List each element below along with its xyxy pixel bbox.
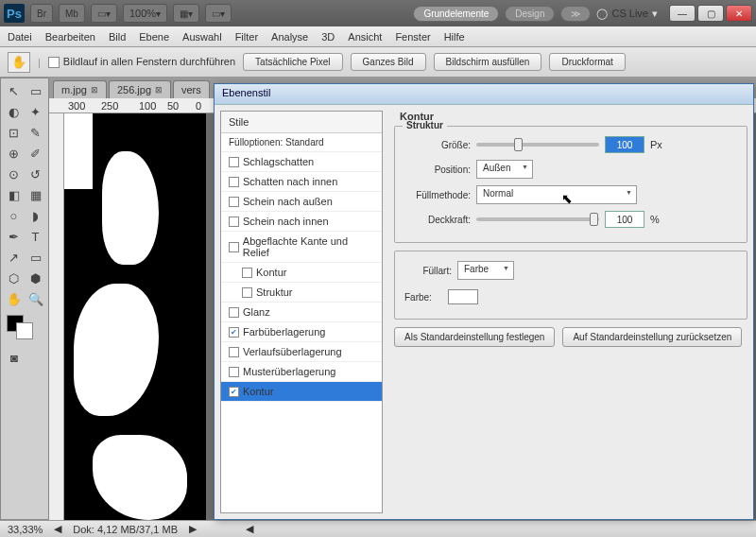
view-mode-button[interactable]: ▭▾ [91, 4, 117, 23]
panel-heading: Kontur [400, 111, 747, 122]
style-item[interactable]: Verlaufsüberlagerung [221, 342, 382, 362]
screen-mode-button[interactable]: ▭▾ [205, 4, 232, 23]
status-arrow-icon[interactable]: ▶ [189, 523, 197, 535]
eraser-tool[interactable]: ◧ [3, 184, 25, 205]
workspace-design[interactable]: Design [505, 6, 555, 22]
scroll-left-icon[interactable]: ◀ [54, 523, 61, 535]
tab-1[interactable]: m.jpg⊠ [53, 80, 107, 98]
zoom-level[interactable]: 100% ▾ [123, 4, 167, 23]
zoom-tool[interactable]: 🔍 [25, 288, 46, 309]
dodge-tool[interactable]: ◗ [25, 205, 46, 226]
canvas[interactable] [64, 113, 206, 520]
hand-tool[interactable]: ✋ [3, 288, 25, 309]
fillart-label: Füllart: [404, 266, 452, 276]
style-list: Stile Fülloptionen: Standard Schlagschat… [220, 111, 383, 513]
menu-hilfe[interactable]: Hilfe [444, 31, 465, 43]
layer-style-dialog: Ebenenstil Stile Fülloptionen: Standard … [214, 83, 754, 520]
style-item[interactable]: Schlagschatten [221, 152, 382, 172]
style-item[interactable]: Abgeflachte Kante und Relief [221, 232, 382, 263]
maximize-button[interactable]: ▢ [697, 5, 724, 22]
size-slider[interactable] [476, 143, 599, 147]
path-tool[interactable]: ↗ [3, 247, 25, 268]
fill-options-item[interactable]: Fülloptionen: Standard [221, 133, 382, 152]
color-swatch[interactable] [3, 315, 46, 343]
status-zoom[interactable]: 33,33% [8, 524, 43, 535]
opacity-input[interactable] [605, 211, 644, 228]
stamp-tool[interactable]: ⊙ [3, 164, 25, 184]
style-item[interactable]: ✔Farbüberlagerung [221, 322, 382, 342]
workspace-grundelemente[interactable]: Grundelemente [413, 6, 499, 22]
actual-pixels-button[interactable]: Tatsächliche Pixel [243, 53, 342, 71]
style-item[interactable]: Schein nach innen [221, 212, 382, 232]
title-bar: Ps Br Mb ▭▾ 100% ▾ ▦▾ ▭▾ Grundelemente D… [0, 0, 756, 26]
pen-tool[interactable]: ✒ [3, 226, 25, 247]
quickmask-tool[interactable]: ◙ [3, 347, 26, 368]
minimize-button[interactable]: — [669, 5, 696, 22]
move-tool[interactable]: ↖ [3, 80, 25, 101]
history-brush-tool[interactable]: ↺ [25, 164, 46, 184]
crop-tool[interactable]: ⊡ [3, 122, 25, 143]
tab-3[interactable]: vers [173, 80, 210, 98]
menu-auswahl[interactable]: Auswahl [182, 31, 222, 43]
heal-tool[interactable]: ⊕ [3, 143, 25, 164]
close-icon[interactable]: ⊠ [155, 85, 163, 95]
menu-bearbeiten[interactable]: Bearbeiten [45, 31, 95, 43]
marquee-tool[interactable]: ▭ [25, 80, 46, 101]
menu-ebene[interactable]: Ebene [139, 31, 169, 43]
blur-tool[interactable]: ○ [3, 205, 25, 226]
save-default-button[interactable]: Als Standardeinstellung festlegen [394, 327, 555, 347]
cs-live[interactable]: ◯ CS Live ▾ [596, 8, 658, 20]
fillart-dropdown[interactable]: Farbe [457, 261, 514, 280]
mb-button[interactable]: Mb [59, 4, 85, 23]
menu-3d[interactable]: 3D [321, 31, 335, 43]
brush-tool[interactable]: ✐ [25, 143, 46, 164]
color-well[interactable] [448, 289, 478, 304]
menu-bild[interactable]: Bild [109, 31, 126, 43]
position-dropdown[interactable]: Außen [476, 160, 533, 179]
position-label: Position: [404, 165, 471, 175]
fillmode-dropdown[interactable]: Normal [476, 185, 637, 204]
style-sub-item[interactable]: Kontur [221, 263, 382, 283]
style-item[interactable]: Schatten nach innen [221, 172, 382, 192]
style-item[interactable]: Schein nach außen [221, 192, 382, 212]
opacity-unit: % [650, 214, 660, 225]
gradient-tool[interactable]: ▦ [25, 184, 46, 205]
style-sub-item[interactable]: Struktur [221, 283, 382, 303]
struktur-legend: Struktur [403, 120, 447, 130]
hand-tool-icon[interactable]: ✋ [8, 52, 30, 73]
style-item[interactable]: Musterüberlagerung [221, 362, 382, 382]
3d-tool[interactable]: ⬡ [3, 268, 25, 288]
style-item[interactable]: Glanz [221, 303, 382, 322]
menu-fenster[interactable]: Fenster [395, 31, 430, 43]
opacity-slider[interactable] [476, 217, 599, 221]
menu-analyse[interactable]: Analyse [271, 31, 308, 43]
tab-2[interactable]: 256.jpg⊠ [109, 80, 171, 98]
type-tool[interactable]: T [25, 226, 46, 247]
print-size-button[interactable]: Druckformat [549, 53, 625, 71]
wand-tool[interactable]: ✦ [25, 101, 46, 122]
close-button[interactable]: ✕ [726, 5, 752, 22]
scroll-all-checkbox[interactable]: Bildlauf in allen Fenstern durchführen [48, 56, 235, 68]
lasso-tool[interactable]: ◐ [3, 101, 25, 122]
3d-camera-tool[interactable]: ⬢ [25, 268, 46, 288]
size-input[interactable] [605, 136, 644, 153]
menu-ansicht[interactable]: Ansicht [348, 31, 382, 43]
ruler-vertical [49, 113, 64, 520]
menu-datei[interactable]: Datei [8, 31, 32, 43]
br-button[interactable]: Br [30, 4, 53, 23]
fill-screen-button[interactable]: Bildschirm ausfüllen [434, 53, 542, 71]
style-list-header[interactable]: Stile [221, 112, 382, 133]
close-icon[interactable]: ⊠ [91, 85, 98, 95]
scroll-left2-icon[interactable]: ◀ [246, 523, 253, 535]
style-item-selected[interactable]: ✔Kontur [221, 382, 382, 402]
app-logo: Ps [4, 4, 25, 23]
menu-filter[interactable]: Filter [235, 31, 258, 43]
workspace-more[interactable]: ≫ [560, 6, 591, 22]
fit-screen-button[interactable]: Ganzes Bild [351, 53, 426, 71]
arrange-button[interactable]: ▦▾ [173, 4, 199, 23]
shape-tool[interactable]: ▭ [25, 247, 46, 268]
status-bar: 33,33% ◀ Dok: 4,12 MB/37,1 MB ▶ ◀ [0, 520, 756, 537]
reset-default-button[interactable]: Auf Standardeinstellung zurücksetzen [562, 327, 742, 347]
eyedropper-tool[interactable]: ✎ [25, 122, 46, 143]
struktur-fieldset: Struktur Größe: Px Position: Außen Füllm… [394, 126, 747, 243]
